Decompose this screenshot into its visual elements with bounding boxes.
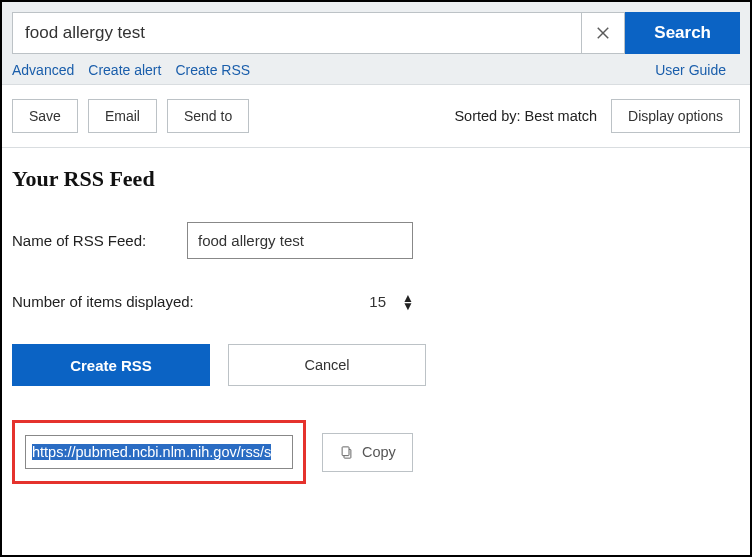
- page-title: Your RSS Feed: [12, 166, 740, 192]
- clear-search-button[interactable]: [581, 12, 625, 54]
- svg-rect-3: [342, 446, 349, 455]
- advanced-link[interactable]: Advanced: [12, 62, 74, 78]
- search-input[interactable]: [12, 12, 581, 54]
- rss-url-text: https://pubmed.ncbi.nlm.nih.gov/rss/s: [32, 444, 271, 460]
- rss-url-field[interactable]: https://pubmed.ncbi.nlm.nih.gov/rss/s: [25, 435, 293, 469]
- close-icon: [594, 24, 612, 42]
- rss-name-input[interactable]: [187, 222, 413, 259]
- email-button[interactable]: Email: [88, 99, 157, 133]
- display-options-button[interactable]: Display options: [611, 99, 740, 133]
- create-rss-link[interactable]: Create RSS: [175, 62, 250, 78]
- rss-count-stepper[interactable]: ▲ ▼: [402, 294, 414, 310]
- clipboard-icon: [339, 444, 354, 461]
- chevron-down-icon: ▼: [402, 302, 414, 310]
- send-to-button[interactable]: Send to: [167, 99, 249, 133]
- search-button[interactable]: Search: [625, 12, 740, 54]
- copy-button[interactable]: Copy: [322, 433, 413, 472]
- user-guide-link[interactable]: User Guide: [655, 62, 726, 78]
- copy-label: Copy: [362, 444, 396, 460]
- save-button[interactable]: Save: [12, 99, 78, 133]
- create-alert-link[interactable]: Create alert: [88, 62, 161, 78]
- rss-count-value: 15: [242, 293, 402, 310]
- cancel-button[interactable]: Cancel: [228, 344, 426, 386]
- rss-name-label: Name of RSS Feed:: [12, 232, 187, 249]
- sorted-by-label: Sorted by: Best match: [454, 108, 597, 124]
- rss-count-label: Number of items displayed:: [12, 293, 242, 310]
- create-rss-button[interactable]: Create RSS: [12, 344, 210, 386]
- rss-url-highlight: https://pubmed.ncbi.nlm.nih.gov/rss/s: [12, 420, 306, 484]
